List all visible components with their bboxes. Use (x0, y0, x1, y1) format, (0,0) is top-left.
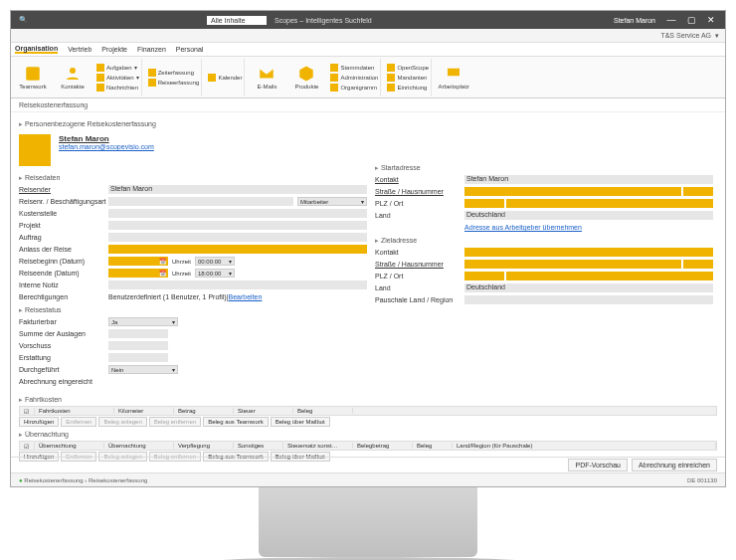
combo-durchgefuehrt[interactable]: Nein▾ (108, 365, 178, 374)
ribbon-aufgaben[interactable]: Aufgaben ▾ (96, 64, 139, 72)
ribbon-aktivitaeten[interactable]: Aktivitäten ▾ (96, 74, 139, 82)
label-beschaeftigungsart: Reisenr. / Beschäftigungsart (19, 198, 108, 205)
title-bar: 🔍 Alle Inhalte Scopes – Intelligentes Su… (11, 11, 725, 29)
user-name[interactable]: Stefan Maron (614, 17, 655, 24)
ribbon-nachrichten[interactable]: Nachrichten (96, 84, 139, 92)
svg-rect-0 (26, 67, 40, 81)
ribbon-tabs: Organisation Vertrieb Projekte Finanzen … (11, 43, 725, 57)
field-ziel-ort[interactable] (506, 272, 713, 280)
field-start-plz[interactable] (464, 199, 504, 208)
field-vorschuss[interactable] (108, 341, 168, 350)
ribbon-stammdaten[interactable]: Stammdaten (330, 64, 378, 72)
search-scope[interactable]: Alle Inhalte (207, 16, 267, 25)
btn-fahrt-hinzufuegen[interactable]: Hinzufügen (19, 417, 59, 427)
field-start-ort[interactable] (506, 199, 713, 208)
section-reisestatus: Reisestatus (19, 306, 367, 314)
field-ziel-strasse[interactable] (464, 260, 681, 269)
section-uebernachtung: Übernachtung (19, 431, 717, 439)
tab-vertrieb[interactable]: Vertrieb (68, 46, 92, 53)
field-auftrag[interactable] (108, 233, 367, 242)
person-name[interactable]: Stefan Maron (59, 134, 154, 143)
link-bearbeiten[interactable]: Bearbeiten (229, 293, 263, 300)
field-start-land[interactable]: Deutschland (464, 211, 713, 220)
label-interne-notiz: Interne Notiz (19, 281, 108, 288)
ribbon-kontakte[interactable]: Kontakte (55, 59, 91, 96)
ribbon-mandanten[interactable]: Mandanten (387, 74, 429, 82)
btn-fahrt-beleg-anlegen[interactable]: Beleg anlegen (98, 417, 146, 427)
ribbon-emails[interactable]: E-Mails (249, 59, 284, 96)
ribbon-zeiterfassung[interactable]: Zeiterfassung (148, 69, 200, 77)
field-reiseende-date[interactable]: 📅 (108, 269, 168, 278)
label-berechtigungen: Berechtigungen (19, 293, 108, 300)
label-pauschale: Pauschale Land / Region (375, 296, 464, 303)
status-right: DE 001130 (687, 477, 717, 483)
field-start-kontakt[interactable]: Stefan Maron (464, 175, 713, 184)
ribbon-einrichtung[interactable]: Einrichtung (387, 84, 429, 92)
table-uebernachtung-header: ☑ Übernachtung Übernachtung Verpflegung … (19, 441, 717, 451)
btn-fahrt-beleg-teamwork[interactable]: Beleg aus Teamwork (203, 417, 269, 427)
field-interne-notiz[interactable] (108, 280, 367, 289)
ribbon-produkte[interactable]: Produkte (288, 59, 324, 96)
field-reisender[interactable]: Stefan Maron (108, 185, 367, 194)
berechtigungen-value: Benutzerdefiniert (1 Benutzer, 1 Profil) (108, 293, 227, 300)
label-erstattung: Erstattung (19, 354, 108, 361)
section-zieladresse: Zieladresse (375, 237, 713, 245)
label-projekt: Projekt (19, 222, 108, 229)
label-abrechnung-eingereicht: Abrechnung eingereicht (19, 378, 108, 385)
field-start-strasse[interactable] (464, 187, 681, 196)
close-button[interactable]: ✕ (701, 15, 721, 25)
field-reisebeginn-time[interactable]: 00:00:00▾ (195, 257, 235, 266)
company-label[interactable]: T&S Service AG (660, 32, 711, 39)
person-email[interactable]: stefan.maron@scopevisio.com (59, 143, 154, 150)
table-fahrtkosten-header: ☑ Fahrtkosten Kilometer Betrag Steuer Be… (19, 406, 717, 416)
tab-organisation[interactable]: Organisation (15, 45, 58, 54)
section-fahrtkosten: Fahrtkosten (19, 396, 717, 404)
tab-finanzen[interactable]: Finanzen (137, 46, 166, 53)
field-ziel-hausnr[interactable] (683, 260, 713, 269)
company-bar: T&S Service AG ▾ (11, 29, 725, 43)
field-reisebeginn-date[interactable]: 📅 (108, 257, 168, 266)
ribbon-arbeitsplatz[interactable]: Arbeitsplatz (436, 59, 471, 96)
field-projekt[interactable] (108, 221, 367, 230)
link-adresse-uebernehmen[interactable]: Adresse aus Arbeitgeber übernehmen (464, 224, 582, 231)
label-start-plz: PLZ / Ort (375, 200, 464, 207)
label-start-kontakt: Kontakt (375, 176, 464, 183)
label-reisebeginn: Reisebeginn (Datum) (19, 258, 108, 265)
combo-fakturierbar[interactable]: Ja▾ (108, 317, 178, 326)
calendar-icon[interactable]: 📅 (159, 270, 166, 277)
ribbon-administration[interactable]: Administration (330, 74, 378, 82)
btn-abrechnung-einreichen[interactable]: Abrechnung einreichen (632, 459, 717, 471)
field-ziel-land[interactable]: Deutschland (464, 283, 713, 292)
field-reisenr[interactable] (108, 197, 293, 206)
ribbon-openscope[interactable]: OpenScope (387, 64, 429, 72)
field-ziel-plz[interactable] (464, 272, 504, 280)
field-start-hausnr[interactable] (683, 187, 713, 196)
search-icon[interactable]: 🔍 (19, 16, 28, 24)
field-ziel-kontakt[interactable] (464, 248, 713, 257)
section-startadresse: Startadresse (375, 164, 713, 172)
tab-projekte[interactable]: Projekte (101, 46, 127, 53)
btn-pdf-vorschau[interactable]: PDF-Vorschau (568, 459, 628, 471)
btn-fahrt-beleg-mailbot[interactable]: Beleg über Mailbot (271, 417, 330, 427)
field-anlass[interactable] (108, 245, 367, 254)
minimize-button[interactable]: — (661, 15, 681, 25)
app-brand: Scopes – Intelligentes Suchfeld (275, 17, 372, 24)
btn-fahrt-beleg-entfernen[interactable]: Beleg entfernen (149, 417, 201, 427)
tab-personal[interactable]: Personal (176, 46, 204, 53)
ribbon-teamwork[interactable]: Teamwork (15, 59, 51, 96)
btn-fahrt-entfernen[interactable]: Entfernen (61, 417, 96, 427)
label-ziel-land: Land (375, 284, 464, 291)
field-summe (108, 329, 168, 338)
combo-beschaeftigungsart[interactable]: Mitarbeiter▾ (297, 197, 367, 206)
label-auftrag: Auftrag (19, 234, 108, 241)
ribbon-kalender[interactable]: Kalender (208, 74, 242, 82)
ribbon-reiseerfassung[interactable]: Reiseerfassung (148, 79, 200, 87)
label-ziel-plz: PLZ / Ort (375, 273, 464, 280)
field-kostenstelle[interactable] (108, 209, 367, 218)
ribbon-organigramm[interactable]: Organigramm (330, 84, 378, 92)
field-pauschale[interactable] (464, 295, 713, 304)
calendar-icon[interactable]: 📅 (159, 258, 166, 265)
maximize-button[interactable]: ▢ (681, 15, 701, 25)
label-fakturierbar: Fakturierbar (19, 318, 108, 325)
field-reiseende-time[interactable]: 18:00:00▾ (195, 269, 235, 278)
